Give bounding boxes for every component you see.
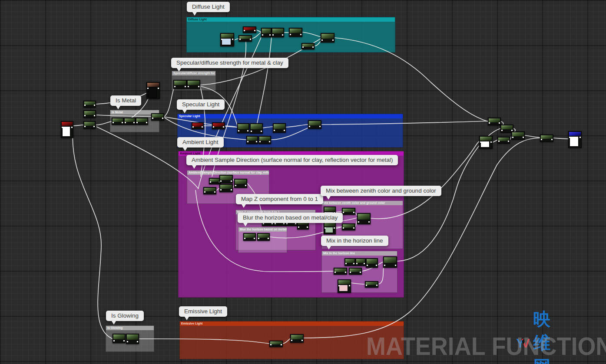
graph-node[interactable] (187, 80, 200, 89)
graph-node[interactable] (344, 258, 355, 266)
output-pin[interactable] (307, 226, 308, 228)
output-pin[interactable] (508, 141, 509, 142)
input-pin[interactable] (235, 185, 236, 186)
wire[interactable] (96, 121, 112, 125)
graph-node[interactable] (383, 256, 397, 268)
graph-node[interactable] (243, 233, 256, 241)
output-pin[interactable] (202, 126, 203, 128)
graph-node[interactable] (126, 334, 139, 344)
output-pin[interactable] (214, 191, 215, 193)
output-pin[interactable] (254, 238, 255, 239)
wire[interactable] (302, 32, 321, 37)
output-pin[interactable] (185, 86, 186, 87)
output-pin[interactable] (283, 223, 285, 224)
output-node[interactable] (568, 131, 582, 148)
input-pin[interactable] (204, 191, 205, 193)
graph-node[interactable] (250, 123, 263, 134)
output-pin[interactable] (94, 105, 95, 106)
input-pin[interactable] (338, 285, 340, 286)
input-pin[interactable] (221, 39, 222, 40)
graph-node[interactable] (289, 28, 302, 37)
input-pin[interactable] (125, 122, 126, 123)
output-pin[interactable] (250, 39, 251, 40)
graph-node[interactable] (237, 123, 249, 133)
output-pin[interactable] (334, 227, 335, 229)
input-pin[interactable] (113, 340, 115, 341)
constant-node[interactable] (243, 26, 256, 33)
output-pin[interactable] (395, 265, 396, 266)
graph-node[interactable] (261, 28, 272, 37)
graph-node[interactable] (83, 101, 96, 108)
wire[interactable] (73, 125, 84, 126)
wire[interactable] (257, 37, 272, 123)
input-pin[interactable] (343, 227, 344, 229)
wire[interactable] (164, 89, 174, 117)
output-pin[interactable] (231, 189, 232, 190)
input-pin[interactable] (258, 238, 259, 239)
input-pin[interactable] (343, 212, 344, 213)
input-pin[interactable] (239, 39, 241, 40)
output-pin[interactable] (281, 344, 282, 345)
input-pin[interactable] (345, 263, 347, 264)
input-pin[interactable] (291, 340, 292, 341)
input-pin[interactable] (174, 86, 176, 87)
graph-node[interactable] (173, 80, 187, 89)
input-pin[interactable] (358, 221, 359, 223)
parameter-node[interactable] (479, 136, 493, 149)
input-pin[interactable] (244, 238, 245, 239)
output-pin[interactable] (353, 263, 354, 264)
output-pin[interactable] (332, 39, 334, 41)
output-pin[interactable] (300, 34, 301, 35)
output-pin[interactable] (319, 126, 321, 127)
output-pin[interactable] (376, 285, 378, 286)
wire[interactable] (525, 135, 540, 138)
output-pin[interactable] (256, 141, 257, 142)
graph-node[interactable] (258, 136, 271, 144)
graph-node[interactable] (511, 131, 525, 140)
output-pin[interactable] (122, 122, 123, 123)
input-pin[interactable] (325, 227, 326, 229)
output-pin[interactable] (282, 34, 283, 36)
output-pin[interactable] (284, 130, 285, 131)
input-pin[interactable] (272, 34, 274, 36)
output-pin[interactable] (272, 223, 273, 224)
output-pin[interactable] (301, 340, 303, 341)
graph-node[interactable] (219, 184, 233, 192)
input-pin[interactable] (384, 265, 385, 266)
input-pin[interactable] (251, 131, 252, 132)
input-pin[interactable] (274, 130, 275, 131)
graph-node[interactable] (136, 118, 148, 125)
input-pin[interactable] (286, 223, 288, 224)
input-pin[interactable] (127, 341, 128, 342)
input-pin[interactable] (569, 137, 570, 138)
input-pin[interactable] (152, 118, 153, 119)
wire[interactable] (286, 125, 308, 127)
output-pin[interactable] (231, 180, 232, 182)
graph-node[interactable] (290, 334, 304, 343)
output-pin[interactable] (312, 46, 314, 48)
output-pin[interactable] (146, 122, 147, 123)
parameter-node[interactable] (338, 279, 351, 293)
input-pin[interactable] (113, 122, 114, 123)
graph-node[interactable] (488, 118, 501, 125)
wire[interactable] (371, 141, 480, 219)
graph-node[interactable] (203, 187, 216, 194)
wire[interactable] (378, 267, 384, 284)
output-pin[interactable] (523, 137, 524, 138)
output-pin[interactable] (71, 127, 73, 128)
graph-node[interactable] (365, 281, 378, 288)
input-node[interactable] (61, 121, 73, 138)
wire[interactable] (96, 127, 198, 188)
output-pin[interactable] (245, 185, 246, 186)
output-pin[interactable] (247, 130, 248, 131)
input-pin[interactable] (147, 88, 149, 89)
input-pin[interactable] (366, 285, 367, 286)
graph-node[interactable] (219, 175, 233, 184)
graph-node[interactable] (113, 334, 126, 343)
input-pin[interactable] (356, 263, 358, 264)
input-pin[interactable] (220, 189, 222, 190)
graph-node[interactable] (349, 268, 362, 275)
graph-node[interactable] (366, 258, 378, 268)
input-pin[interactable] (290, 34, 291, 35)
graph-node[interactable] (83, 110, 96, 118)
